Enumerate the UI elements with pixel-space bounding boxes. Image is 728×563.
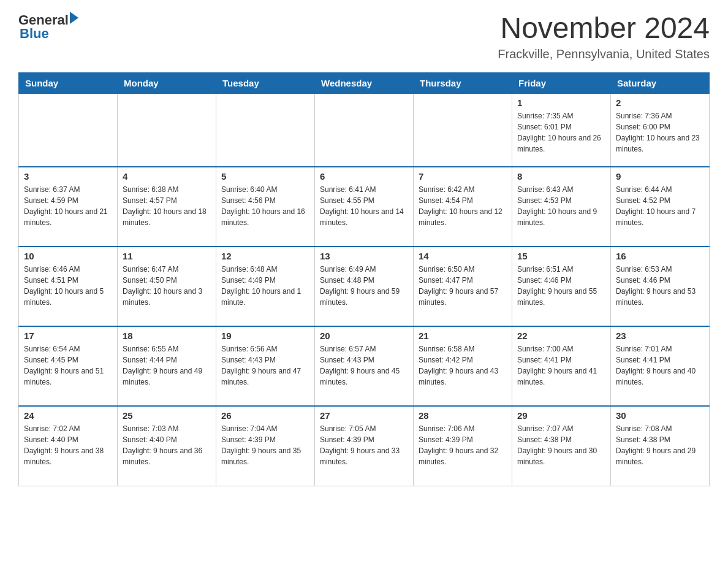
day-number: 18: [123, 331, 211, 341]
day-info: Sunrise: 6:47 AMSunset: 4:50 PMDaylight:…: [123, 264, 211, 308]
calendar-week-row: 10Sunrise: 6:46 AMSunset: 4:51 PMDayligh…: [19, 247, 710, 326]
day-number: 19: [221, 331, 309, 341]
weekday-header-row: SundayMondayTuesdayWednesdayThursdayFrid…: [19, 72, 710, 93]
day-info: Sunrise: 6:51 AMSunset: 4:46 PMDaylight:…: [517, 264, 605, 308]
day-number: 30: [616, 410, 704, 421]
weekday-header-thursday: Thursday: [414, 72, 512, 93]
day-info: Sunrise: 7:36 AMSunset: 6:00 PMDaylight:…: [616, 110, 704, 155]
day-info: Sunrise: 6:40 AMSunset: 4:56 PMDaylight:…: [221, 184, 309, 228]
day-number: 15: [517, 251, 605, 261]
day-info: Sunrise: 6:46 AMSunset: 4:51 PMDaylight:…: [24, 264, 112, 308]
calendar-cell: [118, 93, 216, 167]
day-number: 4: [123, 171, 211, 182]
calendar-cell: 22Sunrise: 7:00 AMSunset: 4:41 PMDayligh…: [512, 326, 611, 406]
calendar-cell: 5Sunrise: 6:40 AMSunset: 4:56 PMDaylight…: [216, 167, 315, 247]
calendar-cell: 19Sunrise: 6:56 AMSunset: 4:43 PMDayligh…: [216, 326, 315, 406]
day-number: 16: [616, 251, 704, 261]
page-header: General Blue November 2024 Frackville, P…: [18, 12, 710, 61]
day-number: 1: [517, 98, 605, 108]
calendar-cell: 10Sunrise: 6:46 AMSunset: 4:51 PMDayligh…: [19, 247, 118, 326]
day-number: 21: [419, 331, 507, 341]
day-number: 10: [24, 251, 112, 261]
day-info: Sunrise: 6:56 AMSunset: 4:43 PMDaylight:…: [221, 343, 309, 388]
calendar-title: November 2024: [498, 12, 710, 45]
day-info: Sunrise: 6:55 AMSunset: 4:44 PMDaylight:…: [123, 343, 211, 388]
weekday-header-wednesday: Wednesday: [315, 72, 414, 93]
day-info: Sunrise: 6:38 AMSunset: 4:57 PMDaylight:…: [123, 184, 211, 228]
day-number: 7: [419, 171, 507, 182]
day-number: 11: [123, 251, 211, 261]
day-info: Sunrise: 7:08 AMSunset: 4:38 PMDaylight:…: [616, 423, 704, 467]
calendar-cell: 17Sunrise: 6:54 AMSunset: 4:45 PMDayligh…: [19, 326, 118, 406]
calendar-cell: 1Sunrise: 7:35 AMSunset: 6:01 PMDaylight…: [512, 93, 611, 167]
calendar-cell: 9Sunrise: 6:44 AMSunset: 4:52 PMDaylight…: [611, 167, 710, 247]
calendar-cell: 30Sunrise: 7:08 AMSunset: 4:38 PMDayligh…: [611, 406, 710, 486]
calendar-week-row: 24Sunrise: 7:02 AMSunset: 4:40 PMDayligh…: [19, 406, 710, 486]
calendar-cell: 25Sunrise: 7:03 AMSunset: 4:40 PMDayligh…: [118, 406, 216, 486]
day-number: 20: [320, 331, 408, 341]
day-number: 3: [24, 171, 112, 182]
weekday-header-friday: Friday: [512, 72, 611, 93]
day-info: Sunrise: 6:50 AMSunset: 4:47 PMDaylight:…: [419, 264, 507, 308]
day-info: Sunrise: 6:54 AMSunset: 4:45 PMDaylight:…: [24, 343, 112, 388]
calendar-cell: 29Sunrise: 7:07 AMSunset: 4:38 PMDayligh…: [512, 406, 611, 486]
day-info: Sunrise: 7:06 AMSunset: 4:39 PMDaylight:…: [419, 423, 507, 467]
calendar-cell: 21Sunrise: 6:58 AMSunset: 4:42 PMDayligh…: [414, 326, 512, 406]
day-info: Sunrise: 6:41 AMSunset: 4:55 PMDaylight:…: [320, 184, 408, 228]
day-info: Sunrise: 7:04 AMSunset: 4:39 PMDaylight:…: [221, 423, 309, 467]
day-info: Sunrise: 6:42 AMSunset: 4:54 PMDaylight:…: [419, 184, 507, 228]
calendar-cell: 23Sunrise: 7:01 AMSunset: 4:41 PMDayligh…: [611, 326, 710, 406]
day-number: 23: [616, 331, 704, 341]
weekday-header-tuesday: Tuesday: [216, 72, 315, 93]
day-info: Sunrise: 7:05 AMSunset: 4:39 PMDaylight:…: [320, 423, 408, 467]
calendar-cell: 11Sunrise: 6:47 AMSunset: 4:50 PMDayligh…: [118, 247, 216, 326]
calendar-cell: 26Sunrise: 7:04 AMSunset: 4:39 PMDayligh…: [216, 406, 315, 486]
calendar-cell: 18Sunrise: 6:55 AMSunset: 4:44 PMDayligh…: [118, 326, 216, 406]
calendar-week-row: 1Sunrise: 7:35 AMSunset: 6:01 PMDaylight…: [19, 93, 710, 167]
calendar-cell: 15Sunrise: 6:51 AMSunset: 4:46 PMDayligh…: [512, 247, 611, 326]
calendar-cell: 2Sunrise: 7:36 AMSunset: 6:00 PMDaylight…: [611, 93, 710, 167]
calendar-subtitle: Frackville, Pennsylvania, United States: [498, 47, 710, 61]
calendar-cell: 6Sunrise: 6:41 AMSunset: 4:55 PMDaylight…: [315, 167, 414, 247]
calendar-cell: 27Sunrise: 7:05 AMSunset: 4:39 PMDayligh…: [315, 406, 414, 486]
day-number: 9: [616, 171, 704, 182]
day-info: Sunrise: 6:48 AMSunset: 4:49 PMDaylight:…: [221, 264, 309, 308]
day-info: Sunrise: 7:01 AMSunset: 4:41 PMDaylight:…: [616, 343, 704, 388]
calendar-cell: 4Sunrise: 6:38 AMSunset: 4:57 PMDaylight…: [118, 167, 216, 247]
day-number: 27: [320, 410, 408, 421]
weekday-header-sunday: Sunday: [19, 72, 118, 93]
day-info: Sunrise: 6:43 AMSunset: 4:53 PMDaylight:…: [517, 184, 605, 228]
calendar-cell: 24Sunrise: 7:02 AMSunset: 4:40 PMDayligh…: [19, 406, 118, 486]
day-number: 28: [419, 410, 507, 421]
weekday-header-monday: Monday: [118, 72, 216, 93]
calendar-cell: 16Sunrise: 6:53 AMSunset: 4:46 PMDayligh…: [611, 247, 710, 326]
calendar-cell: 12Sunrise: 6:48 AMSunset: 4:49 PMDayligh…: [216, 247, 315, 326]
calendar-table: SundayMondayTuesdayWednesdayThursdayFrid…: [18, 72, 710, 486]
logo-arrow-icon: [70, 12, 78, 24]
calendar-cell: [216, 93, 315, 167]
title-block: November 2024 Frackville, Pennsylvania, …: [498, 12, 710, 61]
calendar-cell: 20Sunrise: 6:57 AMSunset: 4:43 PMDayligh…: [315, 326, 414, 406]
day-number: 22: [517, 331, 605, 341]
calendar-cell: [414, 93, 512, 167]
day-info: Sunrise: 7:02 AMSunset: 4:40 PMDaylight:…: [24, 423, 112, 467]
calendar-cell: 28Sunrise: 7:06 AMSunset: 4:39 PMDayligh…: [414, 406, 512, 486]
day-number: 2: [616, 98, 704, 108]
day-info: Sunrise: 6:58 AMSunset: 4:42 PMDaylight:…: [419, 343, 507, 388]
day-number: 5: [221, 171, 309, 182]
weekday-header-saturday: Saturday: [611, 72, 710, 93]
day-info: Sunrise: 7:00 AMSunset: 4:41 PMDaylight:…: [517, 343, 605, 388]
calendar-cell: 3Sunrise: 6:37 AMSunset: 4:59 PMDaylight…: [19, 167, 118, 247]
day-number: 12: [221, 251, 309, 261]
day-info: Sunrise: 6:49 AMSunset: 4:48 PMDaylight:…: [320, 264, 408, 308]
day-number: 26: [221, 410, 309, 421]
day-info: Sunrise: 6:57 AMSunset: 4:43 PMDaylight:…: [320, 343, 408, 388]
day-number: 13: [320, 251, 408, 261]
calendar-week-row: 3Sunrise: 6:37 AMSunset: 4:59 PMDaylight…: [19, 167, 710, 247]
day-number: 8: [517, 171, 605, 182]
day-number: 24: [24, 410, 112, 421]
day-info: Sunrise: 6:53 AMSunset: 4:46 PMDaylight:…: [616, 264, 704, 308]
day-number: 17: [24, 331, 112, 341]
day-info: Sunrise: 7:07 AMSunset: 4:38 PMDaylight:…: [517, 423, 605, 467]
calendar-cell: 7Sunrise: 6:42 AMSunset: 4:54 PMDaylight…: [414, 167, 512, 247]
